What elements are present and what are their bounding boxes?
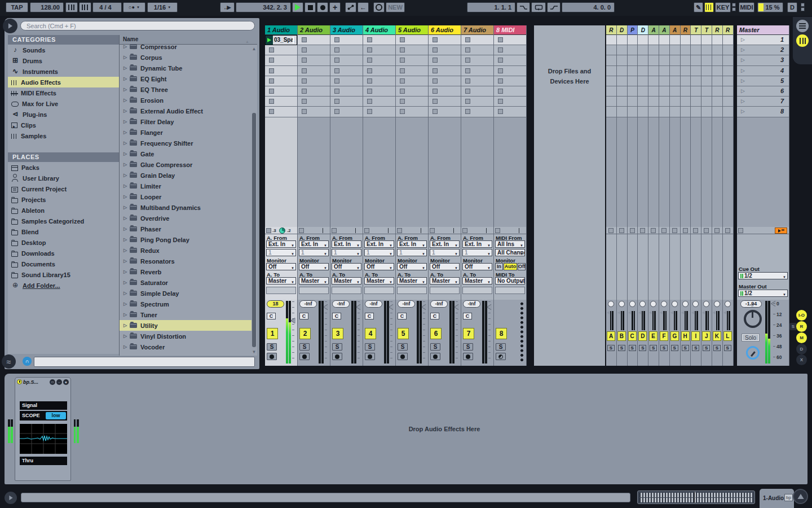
- volume-fader-handle[interactable]: [422, 304, 426, 310]
- track-pan-control[interactable]: C: [299, 313, 308, 319]
- return-clip-slot[interactable]: [617, 66, 627, 76]
- clip-stop-button[interactable]: [465, 68, 470, 73]
- clip-slot[interactable]: [396, 76, 428, 86]
- track-pan-control[interactable]: C: [463, 313, 472, 319]
- max-for-live-device[interactable]: bp.S... ▭ ↔ ■ Signal SCOPE low Thru: [15, 377, 71, 481]
- clip-slot[interactable]: [363, 107, 395, 117]
- track-solo-button[interactable]: S: [365, 343, 375, 351]
- track-pan-control[interactable]: C: [365, 313, 374, 319]
- master-track-header[interactable]: Master: [737, 25, 789, 35]
- clip-slot[interactable]: [265, 45, 297, 55]
- disclosure-triangle-icon[interactable]: ▷: [122, 226, 129, 231]
- clip-stop-button[interactable]: [367, 99, 372, 104]
- audio-from-select[interactable]: Ext. In: [332, 240, 361, 248]
- device-item-reverb[interactable]: ▷Reverb: [120, 266, 251, 277]
- sidebar-item-clips[interactable]: Clips: [8, 120, 119, 130]
- clip-stop-button[interactable]: [400, 47, 405, 52]
- scene-launch-icon[interactable]: ▷: [741, 57, 745, 63]
- session-view-toggle[interactable]: [796, 20, 809, 32]
- device-item-gate[interactable]: ▷Gate: [120, 148, 251, 159]
- clip-slot[interactable]: [396, 66, 428, 76]
- return-stop-button[interactable]: [704, 228, 709, 233]
- return-activator[interactable]: H: [681, 331, 690, 341]
- disclosure-triangle-icon[interactable]: ▷: [122, 194, 129, 199]
- return-activator[interactable]: G: [670, 331, 679, 341]
- drop-files-zone[interactable]: Drop Files and Devices Here: [534, 25, 605, 366]
- clip-stop-button[interactable]: [433, 89, 438, 94]
- return-clip-slot[interactable]: [681, 35, 691, 45]
- clip-slot[interactable]: [429, 86, 461, 97]
- disclosure-triangle-icon[interactable]: ▷: [122, 108, 129, 113]
- return-clip-slot[interactable]: [723, 35, 733, 45]
- clip-stop-button[interactable]: [302, 58, 307, 63]
- add-folder-button[interactable]: Add Folder...: [8, 280, 119, 291]
- return-clip-slot[interactable]: [648, 55, 659, 65]
- loop-button[interactable]: [531, 2, 546, 12]
- return-clip-slot[interactable]: [691, 86, 701, 97]
- clip-slot[interactable]: [298, 76, 330, 86]
- cue-volume-knob[interactable]: [746, 346, 760, 360]
- track-volume-display[interactable]: -Inf: [430, 300, 448, 308]
- track-stop-button[interactable]: [364, 228, 369, 233]
- clip-slot[interactable]: [330, 55, 363, 65]
- clip-stop-button[interactable]: [334, 109, 339, 114]
- return-solo-button[interactable]: S: [671, 345, 678, 351]
- return-clip-slot[interactable]: [670, 97, 680, 107]
- clip-stop-button[interactable]: [498, 58, 503, 63]
- volume-fader-handle[interactable]: [324, 304, 328, 310]
- clip-slot[interactable]: [396, 45, 428, 55]
- clip-stop-button[interactable]: [367, 109, 372, 114]
- return-activator[interactable]: F: [660, 331, 668, 341]
- return-clip-slot[interactable]: [659, 76, 669, 86]
- disclosure-triangle-icon[interactable]: ▷: [122, 44, 129, 49]
- clip-stop-button[interactable]: [498, 78, 503, 84]
- clip-stop-button[interactable]: [433, 109, 438, 114]
- clip-slot[interactable]: [494, 45, 526, 55]
- device-map-icon[interactable]: ↔: [56, 379, 62, 385]
- scene-launch-icon[interactable]: ▷: [741, 78, 745, 84]
- scene-6[interactable]: ▷6: [737, 86, 789, 97]
- volume-fader-handle[interactable]: [487, 304, 492, 310]
- return-clip-slot[interactable]: [712, 66, 722, 76]
- return-fader-handle[interactable]: [607, 311, 610, 314]
- stop-button[interactable]: [304, 2, 316, 12]
- track-stop-button[interactable]: [332, 228, 337, 233]
- clip-stop-button[interactable]: [465, 78, 470, 84]
- track-volume-display[interactable]: -Inf: [332, 300, 350, 308]
- monitor-off-button[interactable]: Off: [518, 263, 526, 270]
- automation-arm-button[interactable]: [345, 2, 356, 12]
- clip-stop-button[interactable]: [302, 109, 307, 114]
- disclosure-triangle-icon[interactable]: ▷: [122, 301, 129, 306]
- show-track-delay-toggle[interactable]: D: [796, 344, 807, 354]
- return-clip-slot[interactable]: [670, 107, 680, 117]
- return-clip-slot[interactable]: [723, 55, 733, 65]
- track-stop-button[interactable]: [495, 228, 500, 233]
- return-stop-button[interactable]: [651, 228, 656, 233]
- track-arm-button[interactable]: [267, 353, 277, 360]
- scene-4[interactable]: ▷4: [737, 66, 789, 76]
- return-clip-slot[interactable]: [681, 66, 691, 76]
- device-item-external-audio-effect[interactable]: ▷External Audio Effect: [120, 106, 251, 116]
- sidebar-item-midi-effects[interactable]: MIDI Effects: [8, 87, 119, 98]
- stop-all-clips-button[interactable]: [738, 228, 743, 233]
- clip-stop-button[interactable]: [334, 68, 339, 73]
- clip-slot[interactable]: [396, 107, 428, 117]
- disclosure-triangle-icon[interactable]: ▷: [122, 334, 129, 339]
- clip-slot[interactable]: [494, 55, 526, 65]
- follow-button[interactable]: ‥▶: [220, 2, 235, 12]
- return-activator[interactable]: D: [638, 331, 647, 341]
- clip-stop-button[interactable]: [269, 89, 274, 94]
- clip-slot[interactable]: [265, 107, 297, 117]
- disclosure-triangle-icon[interactable]: ▷: [122, 141, 129, 146]
- clip-stop-button[interactable]: [269, 109, 274, 114]
- computer-midi-keyboard-button[interactable]: [704, 2, 714, 12]
- scene-7[interactable]: ▷7: [737, 97, 789, 107]
- clip-stop-button[interactable]: [498, 47, 503, 52]
- device-item-filter-delay[interactable]: ▷Filter Delay: [120, 116, 251, 127]
- scene-3[interactable]: ▷3: [737, 55, 789, 65]
- return-clip-slot[interactable]: [648, 97, 659, 107]
- audio-from-select[interactable]: Ext. In: [397, 240, 427, 248]
- return-pan-knob[interactable]: [703, 301, 709, 307]
- monitor-select[interactable]: Off: [266, 263, 296, 270]
- clip-stop-button[interactable]: [269, 78, 274, 84]
